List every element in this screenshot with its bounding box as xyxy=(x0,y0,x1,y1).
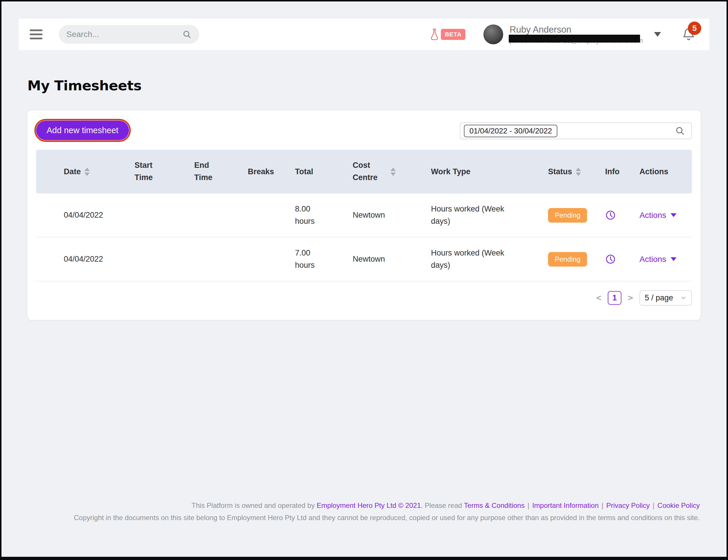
column-label: Start Time xyxy=(135,159,164,184)
company-link[interactable]: Employment Hero Pty Ltd © 2021 xyxy=(317,501,421,509)
cell-date: 04/04/2022 xyxy=(64,255,135,264)
column-header-breaks: Breaks xyxy=(248,167,295,176)
date-range-filter[interactable]: 01/04/2022 - 30/04/2022 xyxy=(460,122,692,139)
actions-label: Actions xyxy=(639,211,666,220)
important-information-link[interactable]: Important Information xyxy=(532,501,599,509)
column-header-cost-centre[interactable]: Cost Centre xyxy=(353,159,431,184)
next-page-icon[interactable]: > xyxy=(628,293,633,302)
search-input[interactable] xyxy=(66,30,182,39)
add-new-timesheet-button[interactable]: Add new timesheet xyxy=(36,121,129,140)
separator: | xyxy=(653,501,654,509)
separator: | xyxy=(602,501,603,509)
column-header-total: Total xyxy=(295,167,353,176)
column-label: Info xyxy=(605,167,619,176)
footer: This Platform is owned and operated by E… xyxy=(1,501,727,522)
page-title: My Timesheets xyxy=(27,78,727,94)
footer-text: This Platform is owned and operated by xyxy=(192,501,317,509)
column-label: Cost Centre xyxy=(353,159,382,184)
timesheets-page: { "navbar": { "search_placeholder": "Sea… xyxy=(0,0,728,560)
menu-icon[interactable] xyxy=(30,29,43,39)
table-header-row: Date Start Time End Time Breaks Total Co… xyxy=(36,150,692,193)
redaction-bar xyxy=(509,35,640,43)
timesheets-card: Add new timesheet 01/04/2022 - 30/04/202… xyxy=(27,110,701,320)
search-icon[interactable] xyxy=(182,30,192,39)
column-header-actions: Actions xyxy=(639,167,692,176)
flask-icon xyxy=(430,28,439,40)
cell-status: Pending xyxy=(548,252,605,267)
cell-work-type: Hours worked (Week days) xyxy=(431,247,548,272)
column-header-end-time: End Time xyxy=(194,159,248,184)
footer-line1: This Platform is owned and operated by E… xyxy=(1,501,700,510)
privacy-policy-link[interactable]: Privacy Policy xyxy=(606,501,650,509)
topbar-right: BETA Ruby Anderson jamesnixon-tests-16@e… xyxy=(430,24,698,45)
column-label: Work Type xyxy=(431,167,470,176)
search-icon[interactable] xyxy=(675,126,685,136)
select-chevron-icon xyxy=(680,295,687,301)
notifications-button[interactable]: 5 xyxy=(682,27,695,41)
actions-caret-icon xyxy=(671,257,676,261)
caret-down-icon[interactable] xyxy=(654,32,661,37)
cell-work-type: Hours worked (Week days) xyxy=(431,203,548,228)
cell-date: 04/04/2022 xyxy=(64,211,135,220)
timesheets-table: Date Start Time End Time Breaks Total Co… xyxy=(36,150,692,312)
terms-conditions-link[interactable]: Terms & Conditions xyxy=(464,501,524,509)
table-row: 04/04/2022 7.00 hours Newtown Hours work… xyxy=(36,237,692,281)
clock-icon[interactable] xyxy=(605,210,639,221)
cookie-policy-link[interactable]: Cookie Policy xyxy=(657,501,700,509)
column-header-info: Info xyxy=(605,167,639,176)
search-bar[interactable] xyxy=(59,25,199,44)
prev-page-icon[interactable]: < xyxy=(596,293,601,302)
page-size-value: 5 / page xyxy=(645,293,673,302)
cell-cost-centre: Newtown xyxy=(353,211,431,220)
sort-icon[interactable] xyxy=(84,168,90,176)
footer-line2: Copyright in the documents on this site … xyxy=(1,514,700,522)
user-name: Ruby Anderson xyxy=(510,24,641,35)
sort-icon[interactable] xyxy=(390,168,396,176)
column-label: Total xyxy=(295,167,313,176)
footer-text: . Please read xyxy=(421,501,464,509)
column-header-work-type: Work Type xyxy=(431,167,548,176)
column-header-date[interactable]: Date xyxy=(64,167,135,176)
date-range-value[interactable]: 01/04/2022 - 30/04/2022 xyxy=(464,125,557,137)
cell-actions: Actions xyxy=(639,255,692,264)
separator: | xyxy=(527,501,529,509)
actions-dropdown[interactable]: Actions xyxy=(639,211,676,220)
column-label: Status xyxy=(548,167,572,176)
cell-actions: Actions xyxy=(639,211,692,220)
cell-total: 8.00 hours xyxy=(295,203,353,228)
cell-cost-centre: Newtown xyxy=(353,255,431,264)
page-number-button[interactable]: 1 xyxy=(608,291,621,305)
column-label: Breaks xyxy=(248,167,274,176)
user-info[interactable]: Ruby Anderson jamesnixon-tests-16@employ… xyxy=(510,24,641,45)
actions-label: Actions xyxy=(639,255,666,264)
pagination: < 1 > 5 / page xyxy=(36,283,692,312)
column-label: Actions xyxy=(639,167,668,176)
cell-total: 7.00 hours xyxy=(295,247,353,272)
column-header-status[interactable]: Status xyxy=(548,167,605,176)
card-toolbar: Add new timesheet 01/04/2022 - 30/04/202… xyxy=(36,121,692,140)
topbar: BETA Ruby Anderson jamesnixon-tests-16@e… xyxy=(19,19,709,50)
user-email: jamesnixon-tests-16@employmenthero.com xyxy=(510,36,641,45)
column-label: Date xyxy=(64,167,81,176)
sort-icon[interactable] xyxy=(576,168,581,176)
cell-status: Pending xyxy=(548,208,605,223)
status-badge: Pending xyxy=(548,208,587,223)
table-row: 04/04/2022 8.00 hours Newtown Hours work… xyxy=(36,193,692,237)
avatar[interactable] xyxy=(483,24,503,44)
status-badge: Pending xyxy=(548,252,587,267)
cell-info xyxy=(605,210,639,221)
actions-caret-icon xyxy=(671,213,676,217)
column-label: End Time xyxy=(194,159,223,184)
beta-badge: BETA xyxy=(441,29,465,40)
notification-count-badge: 5 xyxy=(688,22,701,35)
page-size-select[interactable]: 5 / page xyxy=(639,290,692,306)
actions-dropdown[interactable]: Actions xyxy=(639,255,676,264)
beta-feature[interactable]: BETA xyxy=(430,28,465,40)
column-header-start-time: Start Time xyxy=(135,159,194,184)
clock-icon[interactable] xyxy=(605,254,639,265)
cell-info xyxy=(605,254,639,265)
